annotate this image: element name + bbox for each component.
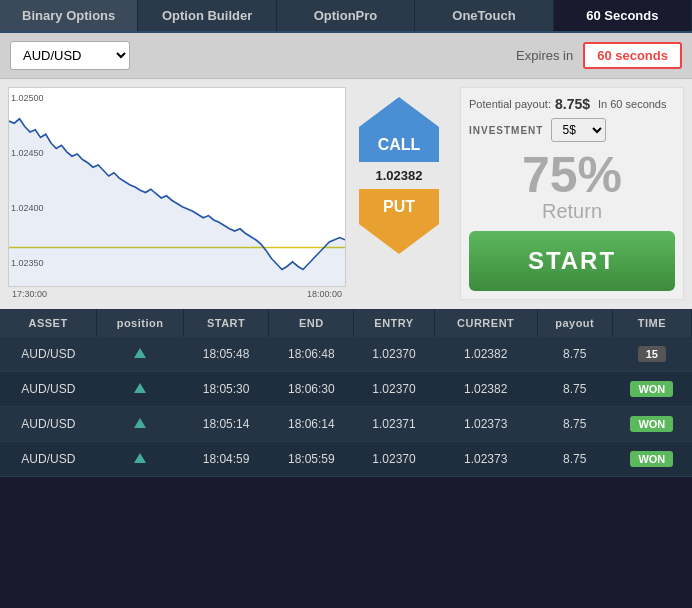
cell-position: [97, 442, 184, 477]
cell-asset: AUD/USD: [0, 442, 97, 477]
cell-current: 1.02382: [434, 337, 537, 372]
col-entry: ENTRY: [354, 309, 434, 337]
payout-value: 8.75$: [555, 96, 590, 112]
right-panel: Potential payout: 8.75$ In 60 seconds IN…: [452, 79, 692, 309]
won-badge: WON: [630, 416, 673, 432]
col-time: TIME: [612, 309, 691, 337]
tab-binary[interactable]: Binary Options: [0, 0, 138, 31]
expires-label: Expires in: [516, 48, 573, 63]
tab-optionpro[interactable]: OptionPro: [277, 0, 415, 31]
table-row: AUD/USD 18:05:30 18:06:30 1.02370 1.0238…: [0, 372, 692, 407]
col-asset: ASSET: [0, 309, 97, 337]
won-badge: WON: [630, 451, 673, 467]
cell-asset: AUD/USD: [0, 337, 97, 372]
cell-asset: AUD/USD: [0, 372, 97, 407]
table-row: AUD/USD 18:05:14 18:06:14 1.02371 1.0237…: [0, 407, 692, 442]
chart-area: 1.02500 1.02450 1.02400 1.02350 17:30:00…: [0, 79, 452, 309]
cell-payout: 8.75: [537, 372, 612, 407]
current-price: 1.02382: [376, 164, 423, 187]
cell-time: 15: [612, 337, 691, 372]
tabs-bar: Binary Options Option Builder OptionPro …: [0, 0, 692, 33]
position-up-icon: [134, 383, 146, 393]
cell-position: [97, 372, 184, 407]
trades-table: ASSET position START END ENTRY CURRENT p…: [0, 309, 692, 477]
col-current: CURRENT: [434, 309, 537, 337]
cell-position: [97, 407, 184, 442]
return-display: 75% Return: [469, 150, 675, 223]
cell-current: 1.02382: [434, 372, 537, 407]
cell-payout: 8.75: [537, 337, 612, 372]
cell-payout: 8.75: [537, 407, 612, 442]
tab-sixty[interactable]: 60 Seconds: [554, 0, 692, 31]
tab-builder[interactable]: Option Builder: [138, 0, 276, 31]
cell-time: WON: [612, 442, 691, 477]
content-area: 1.02500 1.02450 1.02400 1.02350 17:30:00…: [0, 79, 692, 309]
potential-payout-label: Potential payout:: [469, 98, 551, 110]
svg-marker-1: [9, 119, 345, 286]
x-label-start: 17:30:00: [12, 289, 47, 299]
col-payout: payout: [537, 309, 612, 337]
cell-end: 18:06:14: [269, 407, 354, 442]
won-badge: WON: [630, 381, 673, 397]
table-row: AUD/USD 18:05:48 18:06:48 1.02370 1.0238…: [0, 337, 692, 372]
cell-end: 18:05:59: [269, 442, 354, 477]
position-up-icon: [134, 348, 146, 358]
top-bar: AUD/USD EUR/USD GBP/USD Expires in 60 se…: [0, 33, 692, 79]
call-button[interactable]: CALL: [359, 97, 439, 162]
cell-position: [97, 337, 184, 372]
cell-entry: 1.02370: [354, 442, 434, 477]
expires-section: Expires in 60 seconds: [516, 42, 682, 69]
col-end: END: [269, 309, 354, 337]
cell-end: 18:06:30: [269, 372, 354, 407]
payout-time: In 60 seconds: [598, 98, 667, 110]
put-label: PUT: [383, 198, 415, 216]
return-pct: 75%: [469, 150, 675, 200]
expires-value: 60 seconds: [583, 42, 682, 69]
table-section: ASSET position START END ENTRY CURRENT p…: [0, 309, 692, 477]
cell-entry: 1.02370: [354, 372, 434, 407]
asset-select[interactable]: AUD/USD EUR/USD GBP/USD: [10, 41, 130, 70]
table-row: AUD/USD 18:04:59 18:05:59 1.02370 1.0237…: [0, 442, 692, 477]
cell-end: 18:06:48: [269, 337, 354, 372]
put-button[interactable]: PUT: [359, 189, 439, 254]
return-label: Return: [469, 200, 675, 223]
position-up-icon: [134, 453, 146, 463]
col-position: position: [97, 309, 184, 337]
x-label-end: 18:00:00: [307, 289, 342, 299]
cell-time: WON: [612, 372, 691, 407]
col-start: START: [184, 309, 269, 337]
cell-current: 1.02373: [434, 407, 537, 442]
cell-start: 18:04:59: [184, 442, 269, 477]
countdown-badge: 15: [638, 346, 666, 362]
cell-start: 18:05:48: [184, 337, 269, 372]
cell-entry: 1.02370: [354, 337, 434, 372]
call-label: CALL: [378, 136, 421, 154]
position-up-icon: [134, 418, 146, 428]
cell-start: 18:05:30: [184, 372, 269, 407]
cell-entry: 1.02371: [354, 407, 434, 442]
cell-asset: AUD/USD: [0, 407, 97, 442]
cell-payout: 8.75: [537, 442, 612, 477]
start-button[interactable]: START: [469, 231, 675, 291]
tab-onetouch[interactable]: OneTouch: [415, 0, 553, 31]
investment-select[interactable]: 5$ 10$ 25$ 50$: [551, 118, 606, 142]
cell-start: 18:05:14: [184, 407, 269, 442]
cell-time: WON: [612, 407, 691, 442]
price-chart: 1.02500 1.02450 1.02400 1.02350: [8, 87, 346, 287]
investment-label: INVESTMENT: [469, 125, 543, 136]
cell-current: 1.02373: [434, 442, 537, 477]
